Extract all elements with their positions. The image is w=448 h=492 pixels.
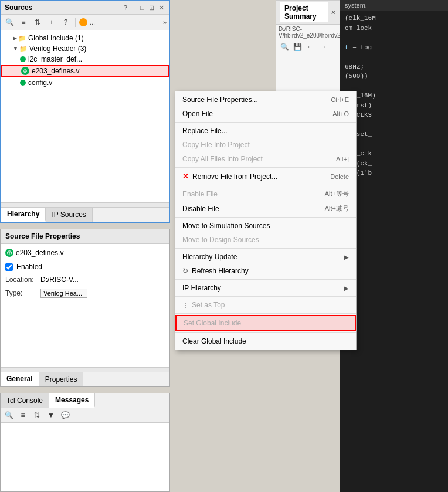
disable-file-shortcut: Alt+减号 (325, 204, 349, 213)
ps-close-button[interactable]: ✕ (331, 9, 336, 16)
ps-save-btn[interactable]: 💾 (291, 41, 303, 53)
tab-properties[interactable]: Properties (39, 372, 84, 386)
close-control[interactable]: ✕ (158, 4, 165, 12)
sfp-panel: Source File Properties ⊕ e203_defines.v … (0, 229, 170, 387)
tcl-tabs: Tcl Console Messages (1, 393, 169, 408)
code-line-12 (345, 120, 443, 130)
sfp-tabs: General Properties (1, 372, 169, 386)
menu-move-to-sim[interactable]: Move to Simulation Sources (175, 219, 356, 233)
ps-titlebar: Project Summary ✕ (276, 1, 340, 25)
enable-file-label: Enable File (182, 190, 218, 198)
menu-open-file[interactable]: Open File Alt+O (175, 107, 356, 121)
code-line-9: clk_16M) (345, 91, 443, 101)
tree-item-verilog-header[interactable]: ▼ 📁 Verilog Header (3) (1, 43, 169, 54)
menu-item-left: ⋮ Set as Top (182, 301, 225, 309)
code-line-11: ut(CLK3 (345, 110, 443, 120)
sfp-filename-label: e203_defines.v (16, 249, 63, 257)
tree-item-config[interactable]: config.v (1, 77, 169, 88)
restore-control[interactable]: □ (139, 4, 145, 11)
menu-item-left: Enable File (182, 190, 218, 198)
sfp-type-value[interactable]: Verilog Hea... (40, 289, 87, 298)
menu-item-left: Disable File (182, 205, 219, 213)
sfp-hscroll[interactable] (1, 367, 169, 372)
sfp-location-row: Location: D:/RISC-V... (5, 276, 165, 284)
source-file-props-shortcut: Ctrl+E (331, 96, 349, 103)
sfp-content: ⊕ e203_defines.v Enabled Location: D:/RI… (1, 244, 169, 367)
menu-remove-file[interactable]: ✕ Remove File from Project... Delete (175, 169, 356, 184)
ps-back-btn[interactable]: ← (304, 41, 316, 53)
tcl-chat-button[interactable]: 💬 (59, 409, 71, 421)
separator-7 (175, 296, 356, 297)
folder-icon-verilog: 📁 (19, 45, 28, 53)
sort-button[interactable]: ⇅ (32, 16, 43, 28)
ps-tab-label[interactable]: Project Summary (280, 2, 328, 22)
code-line-6: 68HZ; (345, 62, 443, 72)
list-button[interactable]: ≡ (18, 16, 29, 28)
menu-refresh-hierarchy[interactable]: ↻ Refresh Hierarchy (175, 264, 356, 278)
tree-item-global-include[interactable]: ▶ 📁 Global Include (1) (1, 33, 169, 43)
menu-ip-hierarchy[interactable]: IP Hierarchy ▶ (175, 281, 356, 295)
context-menu: Source File Properties... Ctrl+E Open Fi… (175, 91, 357, 350)
menu-item-left: Hierarchy Update (182, 253, 237, 261)
sfp-enabled-checkbox[interactable] (5, 263, 13, 271)
remove-file-label: Remove File from Project... (192, 172, 277, 181)
tcl-list-button[interactable]: ≡ (17, 409, 29, 421)
minimize-control[interactable]: − (131, 4, 137, 11)
sfp-location-value: D:/RISC-V... (40, 276, 79, 284)
clear-global-include-label: Clear Global Include (182, 337, 246, 345)
more-icon[interactable]: » (163, 19, 167, 26)
sources-panel: Sources ? − □ ⊡ ✕ 🔍 ≡ ⇅ + ? ... » ▶ 📁 Gl… (0, 0, 170, 223)
menu-item-left: Copy File Into Project (182, 141, 250, 149)
tcl-sort-button[interactable]: ⇅ (31, 409, 43, 421)
menu-set-global-include[interactable]: Set Global Include (175, 315, 356, 331)
set-as-top-label: Set as Top (192, 301, 225, 309)
sources-hscroll[interactable] (1, 202, 169, 207)
menu-clear-global-include[interactable]: Clear Global Include (175, 334, 356, 348)
menu-disable-file[interactable]: Disable File Alt+减号 (175, 201, 356, 216)
sfp-enabled-label: Enabled (16, 263, 42, 271)
dots-icon: ⋮ (182, 302, 188, 308)
tree-item-i2c[interactable]: i2c_master_def... (1, 54, 169, 65)
ps-search-btn[interactable]: 🔍 (279, 41, 290, 53)
status-dot-config (20, 80, 26, 86)
separator-2 (175, 167, 356, 168)
separator (75, 18, 76, 27)
tcl-toolbar: 🔍 ≡ ⇅ ▼ 💬 (1, 408, 169, 423)
tab-general[interactable]: General (1, 372, 39, 386)
tcl-search-button[interactable]: 🔍 (3, 409, 15, 421)
code-line-5 (345, 52, 443, 62)
help-control[interactable]: ? (123, 4, 128, 11)
menu-copy-file: Copy File Into Project (175, 138, 356, 152)
sfp-location-label: Location: (5, 276, 40, 284)
tab-hierarchy[interactable]: Hierarchy (1, 208, 46, 222)
tree-item-e203-defines[interactable]: ⊕ e203_defines.v (1, 65, 169, 77)
ps-path: D:/RISC-V/hbirdv2_e203/hbirdv2_ (276, 25, 340, 40)
ip-hierarchy-label: IP Hierarchy (182, 284, 221, 292)
code-line-2: cm_lock (345, 23, 443, 33)
menu-item-left: IP Hierarchy (182, 284, 221, 292)
hierarchy-update-arrow: ▶ (344, 254, 349, 260)
disable-file-label: Disable File (182, 205, 219, 213)
tcl-filter-button[interactable]: ▼ (45, 409, 57, 421)
editor-tab[interactable]: system. (340, 0, 448, 11)
orange-status-dot (79, 18, 87, 26)
ps-path-text: D:/RISC-V/hbirdv2_e203/hbirdv2_ (279, 26, 340, 39)
code-line-14 (345, 140, 443, 150)
menu-item-left: Source File Properties... (182, 96, 258, 104)
menu-replace-file[interactable]: Replace File... (175, 124, 356, 138)
maximize-control[interactable]: ⊡ (148, 4, 155, 12)
tab-tcl-console[interactable]: Tcl Console (1, 393, 49, 408)
add-button[interactable]: + (46, 16, 57, 28)
tab-messages[interactable]: Messages (49, 393, 95, 408)
tab-ip-sources[interactable]: IP Sources (46, 208, 92, 222)
separator-1 (175, 122, 356, 123)
folder-icon: 📁 (18, 35, 26, 42)
menu-hierarchy-update[interactable]: Hierarchy Update ▶ (175, 250, 356, 264)
refresh-hierarchy-label: Refresh Hierarchy (192, 267, 249, 275)
ps-forward-btn[interactable]: → (317, 41, 329, 53)
search-button[interactable]: 🔍 (4, 16, 15, 28)
menu-source-file-props[interactable]: Source File Properties... Ctrl+E (175, 93, 356, 107)
menu-copy-all-files: Copy All Files Into Project Alt+| (175, 152, 356, 166)
sfp-type-row: Type: Verilog Hea... (5, 289, 165, 298)
help-button[interactable]: ? (60, 16, 72, 28)
